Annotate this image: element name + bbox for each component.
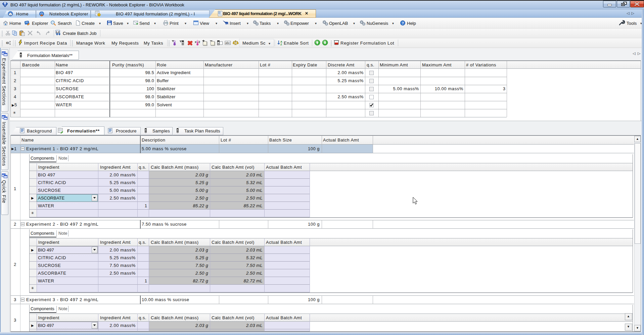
svg-text:Z: Z bbox=[280, 43, 282, 46]
svg-text:x: x bbox=[195, 40, 196, 44]
svg-text:ID: ID bbox=[6, 41, 9, 45]
svg-text:abc: abc bbox=[225, 41, 230, 45]
svg-text:?: ? bbox=[402, 21, 404, 25]
svg-text:1.0: 1.0 bbox=[56, 31, 60, 34]
svg-text:2: 2 bbox=[198, 40, 200, 44]
